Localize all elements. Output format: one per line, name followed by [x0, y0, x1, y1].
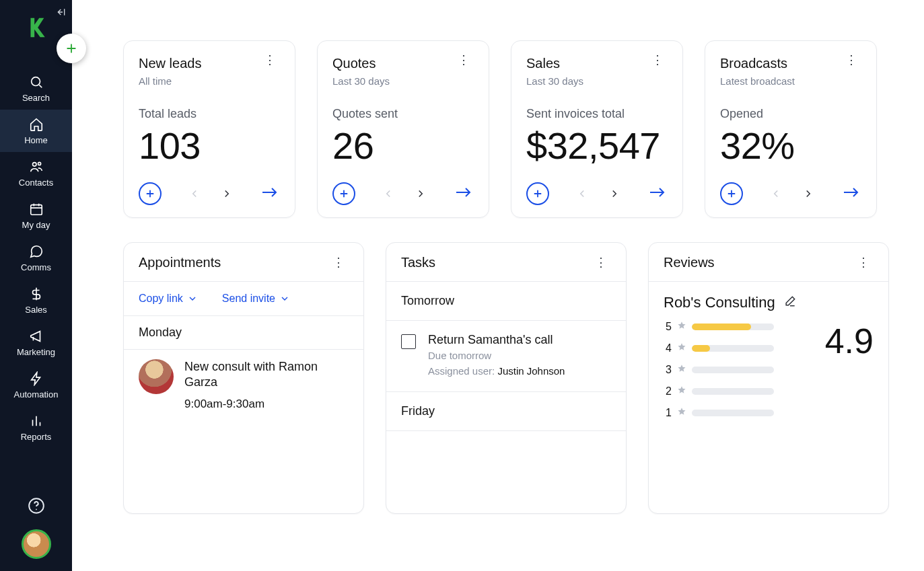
arrow-right-icon[interactable]	[647, 186, 668, 202]
svg-point-2	[38, 162, 40, 165]
stat-subtitle: Last 30 days	[526, 75, 583, 87]
chevron-left-icon[interactable]	[188, 188, 201, 200]
dashboard: New leads All time ⋮ Total leads 103 Quo	[72, 0, 924, 571]
task-due: Due tomorrow	[428, 350, 565, 361]
task-assigned: Assigned user: Justin Johnson	[428, 365, 565, 377]
stat-subtitle: Last 30 days	[332, 75, 390, 87]
svg-point-5	[36, 509, 37, 510]
kebab-icon[interactable]: ⋮	[841, 56, 861, 65]
kebab-icon[interactable]: ⋮	[260, 56, 280, 65]
megaphone-icon	[28, 328, 44, 344]
stat-title: Broadcasts	[720, 56, 795, 71]
panel-title: Appointments	[139, 255, 221, 270]
divider	[386, 430, 626, 431]
stat-title: Quotes	[332, 56, 390, 71]
kebab-icon[interactable]: ⋮	[853, 258, 874, 267]
search-icon	[28, 74, 44, 90]
sidebar-bottom	[0, 497, 72, 571]
appointment-title: New consult with Ramon Garza	[184, 359, 349, 391]
stat-title: Sales	[526, 56, 583, 71]
lower-cards-row: Appointments ⋮ Copy link Send invite Mon…	[123, 242, 897, 514]
rating-bars: 5 4 3 2	[664, 321, 774, 419]
arrow-right-icon[interactable]	[841, 186, 861, 202]
dollar-icon	[28, 286, 44, 302]
sidebar-item-comms[interactable]: Comms	[0, 237, 72, 279]
add-icon[interactable]	[526, 182, 549, 205]
contact-avatar	[139, 359, 174, 394]
task-checkbox[interactable]	[401, 334, 416, 349]
add-button[interactable]	[57, 34, 86, 63]
stat-card-newleads: New leads All time ⋮ Total leads 103	[123, 40, 295, 218]
star-icon	[677, 385, 686, 397]
sidebar-item-label: Contacts	[19, 178, 53, 188]
kebab-icon[interactable]: ⋮	[454, 56, 474, 65]
sidebar-item-myday[interactable]: My day	[0, 194, 72, 237]
stat-metric-label: Total leads	[139, 107, 280, 121]
sidebar-item-label: Search	[22, 93, 50, 103]
collapse-icon[interactable]	[56, 7, 67, 20]
rating-bar-row: 3	[664, 364, 774, 376]
bar-fill	[692, 345, 710, 352]
sidebar-item-label: My day	[22, 220, 50, 230]
sidebar-item-label: Reports	[21, 432, 52, 442]
help-icon[interactable]	[28, 497, 45, 517]
bar-fill	[692, 323, 751, 330]
sidebar-item-sales[interactable]: Sales	[0, 279, 72, 321]
chevron-left-icon[interactable]	[382, 188, 394, 200]
add-icon[interactable]	[332, 182, 355, 205]
stat-metric-label: Sent invoices total	[526, 107, 668, 121]
rating-bar-row: 1	[664, 407, 774, 419]
star-icon	[677, 364, 686, 376]
action-label: Copy link	[139, 293, 183, 305]
add-icon[interactable]	[720, 182, 743, 205]
bar-track	[692, 410, 774, 416]
star-icon	[677, 321, 686, 333]
stat-card-sales: Sales Last 30 days ⋮ Sent invoices total…	[511, 40, 683, 218]
bar-track	[692, 367, 774, 373]
edit-icon[interactable]	[783, 295, 797, 311]
stat-title: New leads	[139, 56, 201, 71]
sidebar-item-label: Sales	[25, 305, 47, 315]
chevron-right-icon[interactable]	[221, 188, 233, 200]
appointment-actions: Copy link Send invite	[124, 282, 363, 315]
kebab-icon[interactable]: ⋮	[647, 56, 668, 65]
bolt-icon	[28, 371, 44, 387]
chevron-down-icon	[279, 293, 290, 304]
chevron-left-icon[interactable]	[576, 188, 588, 200]
svg-rect-3	[30, 205, 42, 215]
svg-point-0	[31, 77, 40, 86]
add-icon[interactable]	[139, 182, 162, 205]
sidebar-item-reports[interactable]: Reports	[0, 406, 72, 449]
sidebar-item-home[interactable]: Home	[0, 110, 72, 152]
sidebar: Search Home Contacts My day Comms Sales …	[0, 0, 72, 571]
reviews-panel: Reviews ⋮ Rob's Consulting 5 4	[648, 242, 889, 514]
user-avatar[interactable]	[22, 529, 51, 559]
review-score: 4.9	[825, 321, 874, 361]
sidebar-item-contacts[interactable]: Contacts	[0, 152, 72, 194]
chevron-right-icon[interactable]	[802, 188, 814, 200]
stat-cards-row: New leads All time ⋮ Total leads 103 Quo	[123, 40, 897, 218]
kebab-icon[interactable]: ⋮	[591, 258, 611, 267]
contacts-icon	[28, 159, 44, 175]
sidebar-item-marketing[interactable]: Marketing	[0, 321, 72, 364]
bar-track	[692, 345, 774, 352]
stat-card-broadcasts: Broadcasts Latest broadcast ⋮ Opened 32%	[705, 40, 877, 218]
chevron-down-icon	[187, 293, 198, 304]
rating-label: 3	[664, 364, 672, 376]
rating-bar-row: 2	[664, 385, 774, 397]
arrow-right-icon[interactable]	[260, 186, 280, 202]
chevron-left-icon[interactable]	[770, 188, 782, 200]
sidebar-item-search[interactable]: Search	[0, 67, 72, 110]
sidebar-item-automation[interactable]: Automation	[0, 364, 72, 406]
kebab-icon[interactable]: ⋮	[328, 258, 349, 267]
chevron-right-icon[interactable]	[415, 188, 427, 200]
appointments-panel: Appointments ⋮ Copy link Send invite Mon…	[123, 242, 364, 514]
appointment-item[interactable]: New consult with Ramon Garza 9:00am-9:30…	[124, 350, 363, 420]
arrow-right-icon[interactable]	[454, 186, 474, 202]
send-invite-action[interactable]: Send invite	[222, 293, 290, 305]
copy-link-action[interactable]: Copy link	[139, 293, 198, 305]
stat-value: 32%	[720, 124, 861, 167]
task-item[interactable]: Return Samantha's call Due tomorrow Assi…	[386, 321, 626, 391]
sidebar-item-label: Home	[24, 135, 48, 145]
chevron-right-icon[interactable]	[608, 188, 620, 200]
